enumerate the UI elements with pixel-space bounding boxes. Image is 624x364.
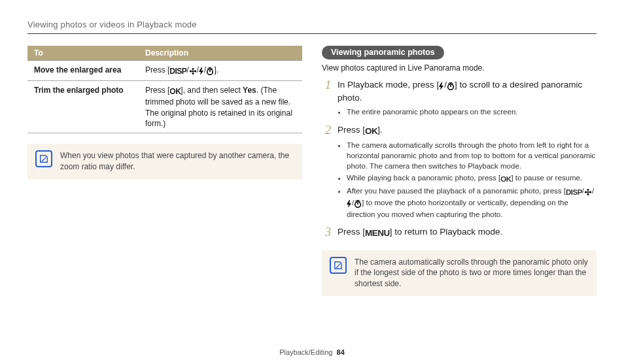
th-desc: Description [139,46,302,61]
note-zoom-ratio: When you view photos that were captured … [27,144,302,179]
note-autoscroll: The camera automatically scrolls through… [322,250,597,296]
step2-sub3: After you have paused the playback of a … [347,186,597,220]
step-2: 2 Press [OK]. The camera automatically s… [322,124,597,222]
timer-icon [354,199,362,209]
page-footer: Playback/Editing 84 [0,348,624,356]
table-row: Move the enlarged area Press [DISP///]. [27,61,302,81]
th-to: To [27,46,139,61]
timer-icon [206,66,214,76]
disp-icon: DISP [169,66,186,76]
note-icon [330,257,347,274]
step-number: 3 [322,226,331,239]
step1-title: In Playback mode, press [/] to scroll to… [338,79,597,104]
note-text: When you view photos that were captured … [60,150,294,173]
flash-icon [199,66,204,76]
left-column: To Description Move the enlarged area Pr… [27,46,302,296]
right-column: Viewing panoramic photos View photos cap… [322,46,597,296]
note-icon [35,150,52,167]
section-pill: Viewing panoramic photos [322,46,444,59]
ok-icon: OK [500,174,511,184]
section-intro: View photos captured in Live Panorama mo… [322,63,597,73]
row1-desc: Press [DISP///]. [139,61,302,81]
flash-icon [439,80,444,92]
step-3: 3 Press [MENU] to return to Playback mod… [322,226,597,239]
note-text: The camera automatically scrolls through… [355,257,589,290]
step2-title: Press [OK]. [338,124,597,137]
page-title: Viewing photos or videos in Playback mod… [27,20,597,29]
row2-label: Trim the enlarged photo [27,81,139,133]
timer-icon [447,80,455,92]
title-divider [27,33,597,34]
ok-icon: OK [365,125,377,137]
step2-sub2: While playing back a panoramic photo, pr… [347,173,597,184]
flower-icon [189,66,197,76]
menu-icon: MENU [365,227,390,239]
step-1: 1 In Playback mode, press [/] to scroll … [322,79,597,119]
flash-icon [347,199,352,209]
step3-title: Press [MENU] to return to Playback mode. [338,226,597,239]
step-number: 2 [322,124,331,222]
action-table: To Description Move the enlarged area Pr… [27,46,302,133]
ok-icon: OK [169,86,181,97]
step1-sub1: The entire panoramic photo appears on th… [347,107,597,117]
step2-sub1: The camera automatically scrolls through… [347,140,597,171]
disp-icon: DISP [566,187,582,197]
footer-section: Playback/Editing [279,348,332,356]
step-number: 1 [322,79,331,119]
footer-page: 84 [337,348,345,356]
flower-icon [584,187,592,197]
row2-desc: Press [OK], and then select Yes. (The tr… [139,81,302,133]
table-row: Trim the enlarged photo Press [OK], and … [27,81,302,133]
row1-label: Move the enlarged area [27,61,139,81]
